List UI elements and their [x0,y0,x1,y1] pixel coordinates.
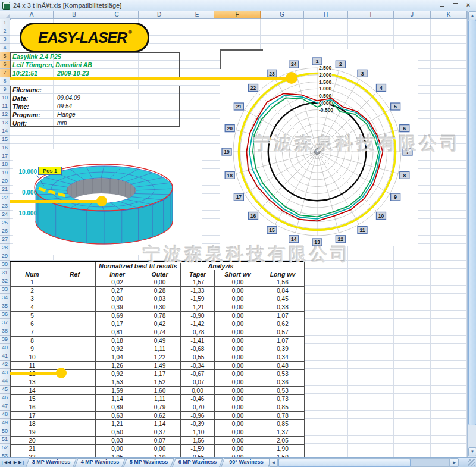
cell-outer[interactable]: 0,42 [139,320,181,328]
file-info-value[interactable]: Flange [57,111,76,118]
cell-time[interactable]: 10:21:51 [12,70,37,77]
cell-long-wv[interactable]: 0,85 [261,403,305,412]
row-header-9[interactable]: 9 [0,86,10,94]
select-all-corner[interactable] [0,11,11,20]
cell-outer[interactable]: 1,14 [139,420,181,428]
cell-inner[interactable]: 0,63 [96,412,139,420]
row-header-50[interactable]: 50 [0,427,10,436]
row-header-16[interactable]: 16 [0,144,10,152]
minimize-button[interactable] [438,2,446,8]
cell-taper[interactable]: -1,42 [181,320,215,328]
cell-inner[interactable]: 0,50 [96,428,139,437]
cell-short-wv[interactable]: 0,00 [215,387,261,395]
cell-long-wv[interactable]: 0,39 [261,345,305,353]
column-header-J[interactable]: J [394,11,431,19]
cell-num[interactable]: 10 [11,353,54,362]
row-header-41[interactable]: 41 [0,352,10,361]
column-header-H[interactable]: H [304,11,348,19]
cell-ref[interactable] [54,420,96,428]
row-header-6[interactable]: 6 [0,61,10,69]
cell-taper[interactable]: -1,10 [181,428,215,437]
cell-taper[interactable]: -1,57 [181,278,215,287]
cell-taper[interactable]: -0,39 [181,420,215,428]
row-header-13[interactable]: 13 [0,119,10,127]
cell-short-wv[interactable]: 0,00 [215,295,261,303]
cell-long-wv[interactable]: 1,37 [261,428,305,437]
cell-num[interactable]: 4 [11,303,54,312]
column-header-K[interactable]: K [431,11,467,19]
cell-taper[interactable]: -0,70 [181,403,215,412]
cell-inner[interactable]: 0,27 [96,287,139,295]
cell-num[interactable]: 3 [11,295,54,303]
row-header-43[interactable]: 43 [0,369,10,377]
cell-long-wv[interactable]: 0,78 [261,412,305,420]
cell-short-wv[interactable]: 0,00 [215,445,261,453]
cell-ref[interactable] [54,353,96,362]
row-header-24[interactable]: 24 [0,211,10,219]
cell-taper[interactable]: -0,78 [181,328,215,337]
cell-outer[interactable]: 0,79 [139,403,181,412]
cell-taper[interactable]: -1,41 [181,337,215,345]
next-sheet-icon[interactable]: ▶ [12,458,18,466]
row-header-35[interactable]: 35 [0,302,10,311]
scroll-right-icon[interactable]: ▶ [450,458,459,467]
restore-button[interactable] [451,2,459,8]
cell-long-wv[interactable]: 0,36 [261,378,305,387]
row-header-17[interactable]: 17 [0,152,10,161]
cell-short-wv[interactable]: 0,00 [215,403,261,412]
tab-5-mp-waviness[interactable]: 5 MP Waviness [125,458,173,467]
cell-short-wv[interactable]: 0,00 [215,320,261,328]
cell-long-wv[interactable]: 0,53 [261,387,305,395]
cell-inner[interactable]: 0,18 [96,337,139,345]
cell-short-wv[interactable]: 0,00 [215,312,261,320]
cell-taper[interactable]: -0,96 [181,412,215,420]
column-header-C[interactable]: C [95,11,139,19]
row-header-27[interactable]: 27 [0,236,10,244]
cell-taper[interactable]: -0,55 [181,353,215,362]
previous-sheet-icon[interactable]: ◀ [7,458,12,466]
cell-outer[interactable]: 0,74 [139,328,181,337]
cell-inner[interactable]: 0,69 [96,312,139,320]
row-header-19[interactable]: 19 [0,169,10,177]
cell-short-wv[interactable]: 0,00 [215,303,261,312]
cell-inner[interactable]: 0,92 [96,370,139,378]
tab-4-mp-waviness[interactable]: 4 MP Waviness [76,458,124,467]
cell-num[interactable]: 17 [11,412,54,420]
cell-short-wv[interactable]: 0,00 [215,437,261,445]
col-header-short-wv[interactable]: Short wv [215,270,261,278]
row-header-10[interactable]: 10 [0,94,10,102]
cell-outer[interactable]: 1,17 [139,370,181,378]
file-info-value[interactable]: 09.04.09 [57,95,80,101]
row-header-25[interactable]: 25 [0,219,10,227]
cell-ref[interactable] [54,328,96,337]
cell-long-wv[interactable]: 0,34 [261,353,305,362]
row-header-44[interactable]: 44 [0,377,10,386]
cell-short-wv[interactable]: 0,00 [215,278,261,287]
cell-inner[interactable]: 1,53 [96,378,139,387]
row-header-22[interactable]: 22 [0,194,10,202]
cell-outer[interactable]: 0,62 [139,412,181,420]
cell-short-wv[interactable]: 0,00 [215,428,261,437]
cell-long-wv[interactable]: 1,07 [261,337,305,345]
row-header-47[interactable]: 47 [0,402,10,411]
cell-short-wv[interactable]: 0,00 [215,370,261,378]
row-header-21[interactable]: 21 [0,186,10,194]
cell-ref[interactable] [54,445,96,453]
cell-short-wv[interactable]: 0,00 [215,395,261,403]
row-header-34[interactable]: 34 [0,294,10,302]
cell-taper[interactable]: -1,21 [181,303,215,312]
cell-ref[interactable] [54,437,96,445]
cell-long-wv[interactable]: 0,62 [261,320,305,328]
row-header-7[interactable]: 7 [0,69,10,77]
cell-ref[interactable] [54,278,96,287]
row-header-5[interactable]: 5 [0,52,10,61]
cell-ref[interactable] [54,320,96,328]
cell-num[interactable]: 16 [11,403,54,412]
cell-num[interactable]: 8 [11,337,54,345]
column-header-B[interactable]: B [54,11,95,19]
cell-num[interactable]: 13 [11,378,54,387]
row-header-1[interactable]: 1 [0,19,10,27]
cell-long-wv[interactable]: 2,05 [261,437,305,445]
cell-outer[interactable]: 1,60 [139,387,181,395]
cell-outer[interactable]: 0,00 [139,445,181,453]
